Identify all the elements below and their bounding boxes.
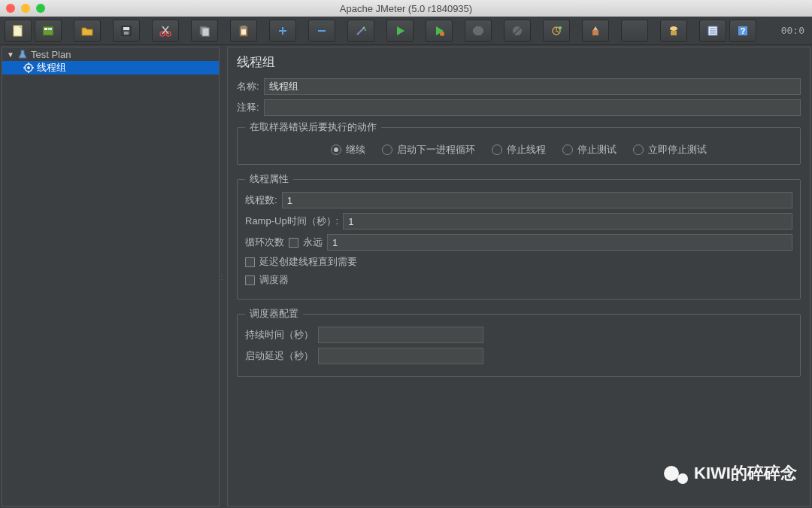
templates-button[interactable] <box>35 20 62 42</box>
open-file-button[interactable] <box>74 20 101 42</box>
svg-rect-1 <box>43 26 53 35</box>
svg-rect-2 <box>44 28 47 30</box>
gear-icon <box>23 62 34 73</box>
name-label: 名称: <box>237 80 259 93</box>
svg-rect-27 <box>592 30 598 35</box>
svg-point-21 <box>365 29 366 31</box>
test-plan-tree[interactable]: ▼ Test Plan 线程组 <box>2 47 220 506</box>
flask-icon <box>17 49 28 59</box>
window-titlebar: Apache JMeter (5.0 r1840935) <box>0 0 812 17</box>
svg-rect-5 <box>123 27 129 30</box>
forever-checkbox[interactable]: 永远 <box>289 236 323 249</box>
search-button[interactable] <box>621 20 648 42</box>
svg-rect-12 <box>202 28 209 36</box>
svg-point-22 <box>440 32 444 36</box>
on-error-legend: 在取样器错误后要执行的动作 <box>245 120 381 134</box>
timer-display: 00:0 <box>781 25 807 36</box>
svg-point-40 <box>27 66 30 69</box>
help-button[interactable]: ? <box>729 20 756 42</box>
comment-label: 注释: <box>237 101 259 114</box>
tree-root-label: Test Plan <box>31 49 71 60</box>
thread-group-panel: 线程组 名称: 注释: 在取样器错误后要执行的动作 继续 启动下一进程循环 停止… <box>227 47 810 506</box>
play-no-pause-button[interactable] <box>426 20 453 42</box>
new-file-button[interactable] <box>5 20 32 42</box>
checkbox-icon <box>245 257 255 267</box>
delay-start-checkbox[interactable]: 延迟创建线程直到需要 <box>245 255 792 269</box>
radio-continue[interactable]: 继续 <box>331 143 365 157</box>
svg-rect-14 <box>241 26 246 28</box>
rampup-label: Ramp-Up时间（秒）: <box>245 214 338 228</box>
startup-delay-input[interactable] <box>318 348 483 364</box>
svg-point-28 <box>630 29 635 33</box>
svg-line-19 <box>357 28 364 35</box>
checkbox-icon <box>245 275 255 285</box>
clear-all-button[interactable] <box>660 20 687 42</box>
radio-icon <box>331 144 341 155</box>
scheduler-fieldset: 调度器配置 持续时间（秒） 启动延迟（秒） <box>237 307 801 377</box>
clear-button[interactable] <box>582 20 609 42</box>
svg-text:?: ? <box>741 26 746 35</box>
radio-icon <box>492 144 502 155</box>
rampup-input[interactable] <box>343 213 792 230</box>
function-helper-button[interactable] <box>699 20 726 42</box>
scheduler-legend: 调度器配置 <box>245 307 303 321</box>
tree-item-thread-group[interactable]: 线程组 <box>2 61 219 75</box>
svg-point-29 <box>635 29 639 33</box>
radio-stop-thread[interactable]: 停止线程 <box>492 143 546 157</box>
svg-rect-15 <box>241 29 246 35</box>
remove-button[interactable] <box>308 20 335 42</box>
svg-point-20 <box>363 26 365 29</box>
checkbox-icon <box>289 238 298 248</box>
comment-input[interactable] <box>264 99 801 116</box>
threads-input[interactable] <box>282 192 792 208</box>
svg-rect-6 <box>124 32 129 35</box>
on-error-fieldset: 在取样器错误后要执行的动作 继续 启动下一进程循环 停止线程 停止测试 立即停止… <box>237 120 801 165</box>
main-toolbar: ? 00:0 <box>0 17 812 45</box>
paste-button[interactable] <box>230 20 257 42</box>
split-handle[interactable]: ⋮⋮ <box>221 45 227 508</box>
add-button[interactable] <box>269 20 296 42</box>
radio-next-loop[interactable]: 启动下一进程循环 <box>382 143 475 157</box>
tree-item-label: 线程组 <box>37 61 66 75</box>
svg-point-26 <box>559 26 562 29</box>
loop-label: 循环次数 <box>245 236 284 249</box>
shutdown-button[interactable] <box>504 20 531 42</box>
duration-label: 持续时间（秒） <box>245 328 314 342</box>
play-button[interactable] <box>386 20 414 42</box>
panel-title: 线程组 <box>237 53 801 71</box>
save-button[interactable] <box>113 20 140 42</box>
svg-point-32 <box>670 26 677 31</box>
tree-collapse-icon[interactable]: ▼ <box>7 50 14 59</box>
radio-icon <box>633 144 644 155</box>
loop-input[interactable] <box>327 234 792 251</box>
copy-button[interactable] <box>191 20 218 42</box>
thread-props-legend: 线程属性 <box>245 172 293 186</box>
svg-rect-3 <box>48 28 52 30</box>
thread-props-fieldset: 线程属性 线程数: Ramp-Up时间（秒）: 循环次数 永远 延迟创建线程直到… <box>237 172 801 300</box>
tree-root-test-plan[interactable]: ▼ Test Plan <box>2 47 219 61</box>
remote-start-button[interactable] <box>543 20 570 42</box>
scheduler-checkbox[interactable]: 调度器 <box>245 273 792 287</box>
radio-stop-test[interactable]: 停止测试 <box>562 143 617 157</box>
stop-button[interactable] <box>465 20 492 42</box>
startup-delay-label: 启动延迟（秒） <box>245 349 314 363</box>
svg-rect-31 <box>671 31 677 35</box>
wand-button[interactable] <box>347 20 374 42</box>
name-input[interactable] <box>264 78 801 95</box>
radio-icon <box>382 144 392 155</box>
cut-button[interactable] <box>152 20 179 42</box>
window-title: Apache JMeter (5.0 r1840935) <box>0 3 812 14</box>
radio-stop-now[interactable]: 立即停止测试 <box>633 143 707 157</box>
duration-input[interactable] <box>318 327 483 343</box>
radio-icon <box>562 144 573 155</box>
threads-label: 线程数: <box>245 193 277 207</box>
